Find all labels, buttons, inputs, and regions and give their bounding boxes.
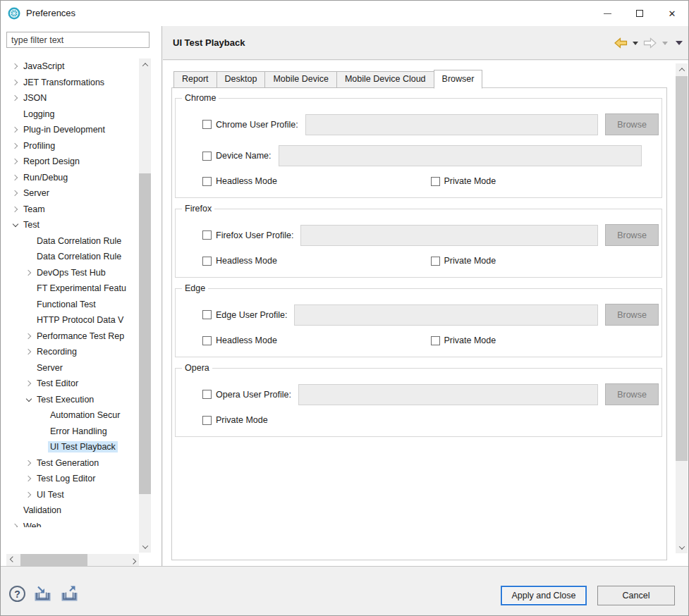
tab[interactable]: Report xyxy=(173,71,217,88)
tree-item[interactable]: Team xyxy=(1,202,139,218)
tree-item-label[interactable]: Test Execution xyxy=(35,394,96,405)
tree-item[interactable]: Data Correlation Rule xyxy=(1,249,139,265)
tree-item-label[interactable]: Validation xyxy=(21,505,63,516)
checkbox-icon[interactable] xyxy=(431,177,440,186)
tab[interactable]: Mobile Device Cloud xyxy=(336,71,434,88)
tree-item[interactable]: Test Execution xyxy=(1,392,139,408)
tree-item-label[interactable]: JET Transformations xyxy=(21,77,106,88)
tree-item-label[interactable]: Performance Test Rep xyxy=(35,331,126,342)
tree-item-label[interactable]: Profiling xyxy=(21,140,57,152)
field-checkbox[interactable]: Edge User Profile: xyxy=(202,310,287,320)
tree-item-expander[interactable] xyxy=(23,334,35,338)
mode-checkbox[interactable]: Private Mode xyxy=(202,415,431,425)
tree-item[interactable]: Functional Test xyxy=(1,297,139,313)
filter-input[interactable] xyxy=(6,32,150,48)
scroll-left-button[interactable] xyxy=(6,554,18,566)
scroll-up-button[interactable] xyxy=(676,63,688,75)
scrollbar-thumb[interactable] xyxy=(139,173,151,494)
checkbox-icon[interactable] xyxy=(202,390,212,399)
scrollbar-thumb[interactable] xyxy=(20,554,87,566)
tree-item[interactable]: Automation Secur xyxy=(1,407,139,424)
checkbox-icon[interactable] xyxy=(431,257,440,266)
tree-item-expander[interactable] xyxy=(9,96,21,100)
tab[interactable]: Mobile Device xyxy=(264,71,337,88)
tree-item-expander[interactable] xyxy=(9,80,21,85)
tree-item[interactable]: Server xyxy=(1,360,139,376)
tree-item-label[interactable]: Server xyxy=(35,362,65,374)
back-history-menu-icon[interactable] xyxy=(633,42,638,45)
apply-and-close-button[interactable]: Apply and Close xyxy=(501,586,587,605)
tree-item-expander[interactable] xyxy=(9,128,21,132)
tree-item-expander[interactable] xyxy=(9,159,21,164)
export-preferences-icon[interactable] xyxy=(60,586,79,603)
tree-item-label[interactable]: FT Experimental Featu xyxy=(35,283,128,294)
checkbox-icon[interactable] xyxy=(202,310,212,319)
tree-item-label[interactable]: Web xyxy=(21,521,43,527)
tree-item-expander[interactable] xyxy=(23,271,35,275)
tree-item[interactable]: UI Test xyxy=(1,487,139,503)
tree-item[interactable]: Logging xyxy=(1,106,139,123)
tree-item-label[interactable]: Run/Debug xyxy=(21,172,70,183)
checkbox-icon[interactable] xyxy=(431,336,440,345)
tree-item[interactable]: Server xyxy=(1,185,139,202)
checkbox-icon[interactable] xyxy=(202,416,212,425)
tree-vertical-scrollbar[interactable] xyxy=(139,58,151,553)
tree-item[interactable]: Run/Debug xyxy=(1,170,139,186)
tree-item-label[interactable]: Functional Test xyxy=(35,299,98,310)
checkbox-icon[interactable] xyxy=(202,257,212,266)
tab[interactable]: Browser xyxy=(434,70,483,89)
tree-item-label[interactable]: Data Correlation Rule xyxy=(35,251,123,262)
tree-item[interactable]: FT Experimental Featu xyxy=(1,281,139,297)
tree-item[interactable]: JET Transformations xyxy=(1,75,139,91)
tree-item[interactable]: HTTP Protocol Data V xyxy=(1,312,139,328)
mode-checkbox[interactable]: Headless Mode xyxy=(202,335,431,345)
tree-item-expander[interactable] xyxy=(23,397,35,402)
tree-item-label[interactable]: Test xyxy=(21,219,42,230)
tree-item-expander[interactable] xyxy=(9,524,21,527)
field-checkbox[interactable]: Chrome User Profile: xyxy=(202,120,298,130)
tree-item-label[interactable]: Test Generation xyxy=(35,457,101,469)
tree-item[interactable]: Performance Test Rep xyxy=(1,328,139,345)
tree-item[interactable]: JSON xyxy=(1,90,139,106)
tree-horizontal-scrollbar[interactable] xyxy=(6,554,139,566)
field-checkbox[interactable]: Device Name: xyxy=(202,151,272,161)
tree-item[interactable]: Test Log Editor xyxy=(1,471,139,487)
tree-item-label[interactable]: JSON xyxy=(21,92,49,104)
mode-checkbox[interactable]: Private Mode xyxy=(431,256,659,266)
tree-item-label[interactable]: Recording xyxy=(35,346,79,357)
tree-item[interactable]: Plug-in Development xyxy=(1,122,139,138)
tree-item-expander[interactable] xyxy=(23,493,35,497)
tree-item-label[interactable]: UI Test xyxy=(35,489,66,500)
tree-item-label[interactable]: Report Design xyxy=(21,156,82,167)
minimize-button[interactable] xyxy=(591,1,623,26)
mode-checkbox[interactable]: Headless Mode xyxy=(202,256,431,266)
tree-item-expander[interactable] xyxy=(23,461,35,465)
back-icon[interactable] xyxy=(614,37,628,49)
tree-item-label[interactable]: DevOps Test Hub xyxy=(35,267,108,278)
tree-item-label[interactable]: Error Handling xyxy=(48,426,109,437)
import-preferences-icon[interactable] xyxy=(33,586,52,603)
tree-item-expander[interactable] xyxy=(9,64,21,68)
tree-item[interactable]: Test Editor xyxy=(1,376,139,392)
tree-item-expander[interactable] xyxy=(9,144,21,148)
tree-item[interactable]: JavaScript xyxy=(1,58,139,75)
tree-item-expander[interactable] xyxy=(9,207,21,211)
tree-item[interactable]: Validation xyxy=(1,503,139,519)
tree-item-label[interactable]: Test Log Editor xyxy=(35,473,97,484)
content-vertical-scrollbar[interactable] xyxy=(676,63,688,553)
mode-checkbox[interactable]: Headless Mode xyxy=(202,176,431,186)
tree-item-expander[interactable] xyxy=(23,350,35,354)
tree-item-expander[interactable] xyxy=(9,222,21,228)
tree-item-label[interactable]: Server xyxy=(21,187,51,199)
tree-item[interactable]: Recording xyxy=(1,344,139,360)
tree-item[interactable]: Error Handling xyxy=(1,424,139,440)
scroll-up-button[interactable] xyxy=(139,58,151,70)
tree-item-label[interactable]: JavaScript xyxy=(21,61,66,72)
tree-item-label[interactable]: Team xyxy=(21,204,47,215)
tab[interactable]: Desktop xyxy=(217,71,266,88)
scroll-down-button[interactable] xyxy=(139,541,151,553)
tree-item-expander[interactable] xyxy=(23,476,35,481)
scrollbar-thumb[interactable] xyxy=(676,76,688,461)
tree-item[interactable]: Report Design xyxy=(1,154,139,170)
tree-item[interactable]: Test xyxy=(1,217,139,233)
